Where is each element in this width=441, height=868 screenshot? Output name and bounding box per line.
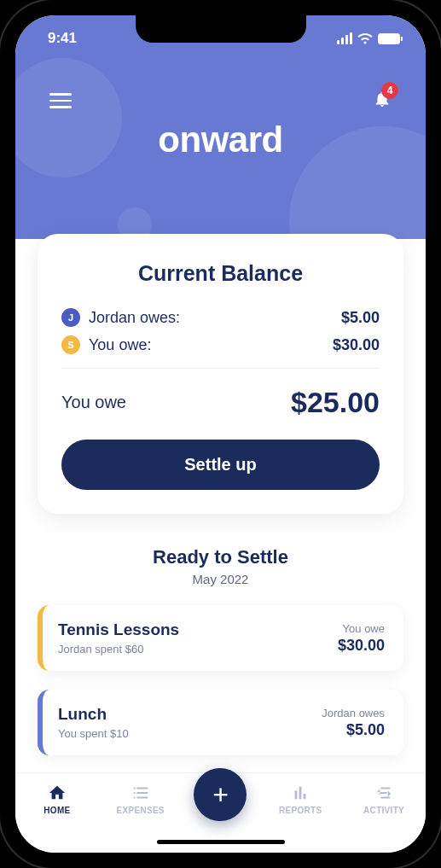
list-icon [131,784,151,802]
nav-label: HOME [44,806,70,815]
nav-reports[interactable]: REPORTS [270,784,330,815]
expense-amount: $30.00 [338,637,385,655]
ready-to-settle-title: Ready to Settle [38,546,403,568]
status-indicators [337,32,400,44]
expense-title: Tennis Lessons [58,620,179,639]
avatar-you: S [61,335,80,354]
app-logo: onward [15,119,426,160]
ready-to-settle-period: May 2022 [38,572,403,586]
divider [61,368,380,369]
status-time: 9:41 [48,30,77,47]
balance-total-row: You owe $25.00 [61,386,380,419]
balance-total-amount: $25.00 [291,386,380,419]
expense-subtitle: Jordan spent $60 [58,643,179,655]
balance-row-amount: $5.00 [341,309,380,327]
nav-label: REPORTS [279,806,322,815]
nav-label: EXPENSES [117,806,165,815]
expense-subtitle: You spent $10 [58,727,129,740]
expense-item[interactable]: Lunch You spent $10 Jordan owes $5.00 [38,690,403,755]
nav-home[interactable]: HOME [27,784,87,815]
nav-activity[interactable]: ACTIVITY [354,784,414,815]
expense-item[interactable]: Tennis Lessons Jordan spent $60 You owe … [38,605,403,671]
menu-icon[interactable] [49,89,72,113]
home-indicator [157,840,285,844]
avatar-jordan: J [61,308,80,327]
home-icon [47,784,67,802]
balance-row-amount: $30.00 [333,336,380,354]
balance-card: Current Balance J Jordan owes: $5.00 S Y… [38,234,403,514]
balance-row-label: Jordan owes: [89,309,180,327]
settle-up-button[interactable]: Settle up [61,440,380,490]
nav-label: ACTIVITY [363,806,404,815]
expense-owe-label: Jordan owes [322,707,385,719]
balance-row-you: S You owe: $30.00 [61,335,380,354]
expense-owe-label: You owe [338,622,385,635]
notification-badge: 4 [381,82,398,99]
expense-amount: $5.00 [322,721,385,739]
nav-expenses[interactable]: EXPENSES [111,784,171,815]
wifi-icon [357,32,373,44]
balance-row-jordan: J Jordan owes: $5.00 [61,308,380,327]
add-button[interactable]: + [194,768,247,821]
balance-row-label: You owe: [89,336,151,354]
expense-title: Lunch [58,705,129,724]
signal-icon [337,32,352,44]
balance-total-label: You owe [61,393,126,412]
activity-icon [374,784,394,802]
battery-icon [378,33,400,44]
notifications-button[interactable]: 4 [373,89,392,113]
balance-title: Current Balance [61,261,380,286]
plus-icon: + [212,779,229,811]
chart-icon [290,784,310,802]
